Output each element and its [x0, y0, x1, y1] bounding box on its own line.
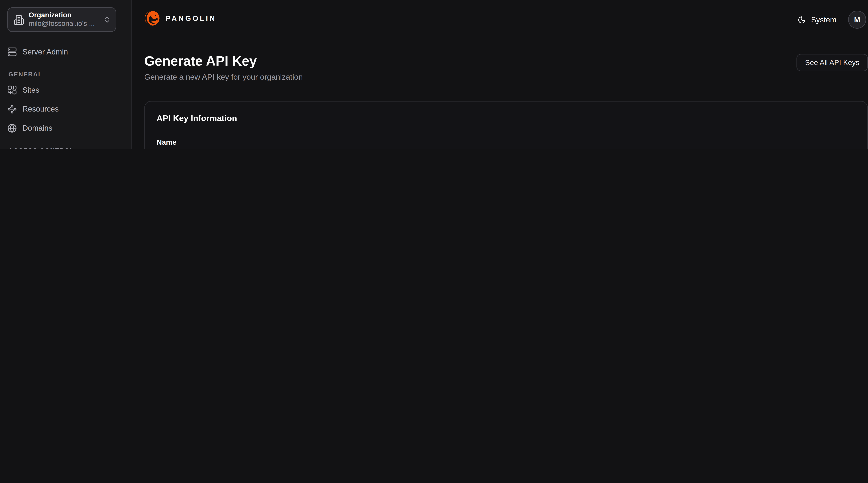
globe-icon	[7, 123, 17, 133]
theme-toggle-button[interactable]: System	[798, 15, 836, 24]
pangolin-logo-icon	[144, 9, 161, 27]
see-all-api-keys-button[interactable]: See All API Keys	[797, 54, 868, 71]
moon-icon	[798, 15, 806, 24]
avatar-initial: M	[854, 15, 860, 24]
page-subtitle: Generate a new API key for your organiza…	[144, 72, 303, 82]
sidebar-section-heading: GENERAL	[8, 71, 124, 77]
sidebar-nav: Server Admin GENERALSitesResourcesDomain…	[7, 32, 124, 149]
theme-label: System	[811, 15, 836, 24]
api-key-information-title: API Key Information	[157, 113, 237, 123]
name-field-label: Name	[157, 138, 177, 147]
chevrons-up-down-icon	[103, 16, 111, 24]
sidebar-section-heading: ACCESS CONTROL	[8, 147, 124, 149]
header-actions: System M	[798, 10, 866, 28]
org-switcher-text: Organization milo@fossorial.io's ...	[29, 11, 103, 28]
avatar[interactable]: M	[848, 10, 866, 28]
server-icon	[7, 47, 17, 56]
sidebar-item-label: Domains	[22, 124, 52, 132]
brand-logo: PANGOLIN	[144, 9, 216, 27]
api-key-information-card: API Key Information Name	[144, 101, 868, 149]
sidebar-nav-sections: GENERALSitesResourcesDomainsACCESS CONTR…	[7, 71, 124, 149]
sidebar-item-domains[interactable]: Domains	[7, 121, 124, 135]
sidebar-item-server-admin[interactable]: Server Admin	[7, 45, 124, 59]
org-switcher-value: milo@fossorial.io's ...	[29, 20, 103, 28]
combine-icon	[7, 85, 17, 95]
waypoints-icon	[7, 104, 17, 114]
app-window: Organization milo@fossorial.io's ... Ser…	[0, 0, 868, 149]
sidebar-item-resources[interactable]: Resources	[7, 102, 124, 116]
sidebar-item-label: Server Admin	[22, 47, 68, 56]
page-title: Generate API Key	[144, 53, 257, 69]
top-header: PANGOLIN System M	[132, 0, 868, 40]
org-switcher[interactable]: Organization milo@fossorial.io's ...	[7, 7, 116, 32]
sidebar-item-label: Resources	[22, 105, 59, 113]
sidebar-item-sites[interactable]: Sites	[7, 83, 124, 97]
sidebar-item-label: Sites	[22, 86, 39, 94]
org-switcher-label: Organization	[29, 11, 103, 20]
sidebar: Organization milo@fossorial.io's ... Ser…	[0, 0, 132, 149]
building-icon	[13, 14, 24, 25]
brand-name: PANGOLIN	[166, 14, 216, 23]
